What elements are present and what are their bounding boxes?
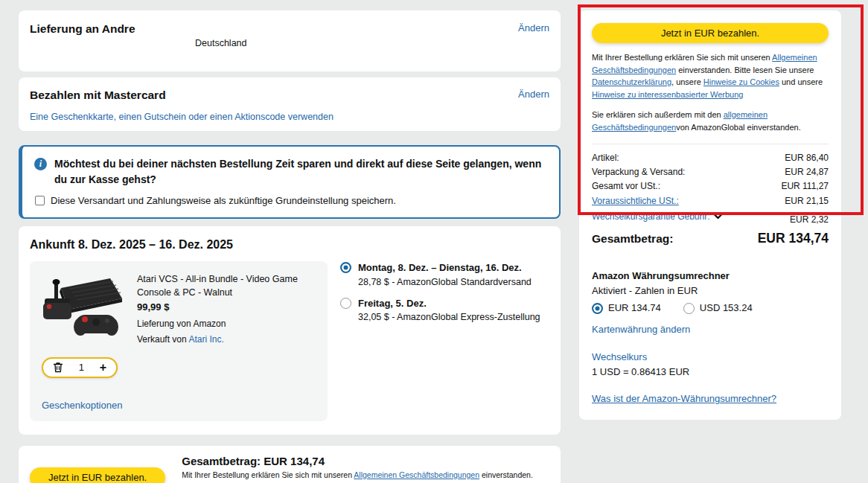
checkout-main-column: Lieferung an Andre Deutschland Ändern Be… xyxy=(19,10,561,483)
summary-total-row: Gesamtbetrag: EUR 134,74 xyxy=(592,231,829,246)
legal-text-paragraph: Mit Ihrer Bestellung erklären Sie sich m… xyxy=(592,51,829,100)
exchange-guarantee-fee-link[interactable]: Wechselkursgarantie Gebühr: xyxy=(592,210,722,224)
cookies-link[interactable]: Hinweise zu Cookies xyxy=(703,77,779,86)
info-icon: i xyxy=(34,158,47,170)
order-summary-card: Jetzt in EUR bezahlen. Mit Ihrer Bestell… xyxy=(579,10,841,420)
default-settings-checkbox[interactable] xyxy=(35,196,45,205)
privacy-link[interactable]: Datenschutzerklärung xyxy=(592,77,671,86)
currency-converter-title: Amazon Währungsumrechner xyxy=(592,269,829,284)
legal-text-paragraph: Sie erklären sich außerdem mit den allge… xyxy=(592,109,829,133)
legal-text-paragraph: Mit Ihrer Bestellung erklären Sie sich m… xyxy=(182,470,549,483)
terms-link[interactable]: Allgemeinen Geschäftsbedingungen xyxy=(354,470,479,479)
currency-converter-section: Amazon Währungsumrechner Aktiviert - Zah… xyxy=(592,269,829,406)
shipment-card: Ankunft 8. Dez. 2025 – 16. Dez. 2025 xyxy=(19,226,561,435)
product-panel: Atari VCS - All-in Bundle - Video Game C… xyxy=(30,261,328,421)
order-total-heading: Gesamtbetrag: EUR 134,74 xyxy=(182,455,549,467)
what-is-currency-converter-link[interactable]: Was ist der Amazon-Währungsumrechner? xyxy=(592,391,776,406)
radio-unselected-icon[interactable] xyxy=(340,298,351,309)
plus-icon[interactable]: + xyxy=(100,362,106,374)
shipping-option-express[interactable]: Freitag, 5. Dez. 32,05 $ - AmazonGlobal … xyxy=(340,297,540,323)
summary-total-value: EUR 134,74 xyxy=(758,231,829,246)
quantity-stepper[interactable]: 1 + xyxy=(42,357,118,378)
gift-card-voucher-link[interactable]: Eine Geschenkkarte, einen Gutschein oder… xyxy=(30,112,334,122)
quantity-value: 1 xyxy=(79,362,84,373)
gift-options-link[interactable]: Geschenkoptionen xyxy=(42,400,122,411)
summary-total-label: Gesamtbetrag: xyxy=(592,232,673,246)
summary-row-shipping: Verpackung & Versand:EUR 24,87 xyxy=(592,165,829,179)
delivery-title: Lieferung an Andre xyxy=(30,22,195,36)
exchange-rate-link[interactable]: Wechselkurs xyxy=(592,350,647,365)
delivery-card: Lieferung an Andre Deutschland Ändern xyxy=(19,10,561,71)
default-settings-checkbox-row[interactable]: Diese Versandart und Zahlungsweise als z… xyxy=(35,195,547,206)
info-box-heading: Möchtest du bei deiner nächsten Bestellu… xyxy=(54,156,546,188)
radio-selected-icon[interactable] xyxy=(592,303,603,314)
divider xyxy=(592,144,829,144)
currency-converter-status: Aktiviert - Zahlen in EUR xyxy=(592,284,829,298)
estimated-tax-link[interactable]: Voraussichtliche USt.: xyxy=(592,194,679,208)
product-title: Atari VCS - All-in Bundle - Video Game C… xyxy=(137,272,319,299)
pay-now-button[interactable]: Jetzt in EUR bezahlen. xyxy=(30,467,165,483)
summary-row-tax: Voraussichtliche USt.: EUR 21,15 xyxy=(592,194,829,208)
pay-now-button[interactable]: Jetzt in EUR bezahlen. xyxy=(592,23,829,43)
radio-selected-icon[interactable] xyxy=(340,262,351,273)
trash-icon[interactable] xyxy=(53,362,63,373)
shipping-option-label: Montag, 8. Dez. – Dienstag, 16. Dez. xyxy=(358,261,532,275)
product-price: 99,99 $ xyxy=(137,301,319,315)
payment-change-link[interactable]: Ändern xyxy=(518,89,549,100)
save-settings-info-box: i Möchtest du bei deiner nächsten Bestel… xyxy=(19,145,561,219)
delivery-change-link[interactable]: Ändern xyxy=(518,22,549,33)
change-card-currency-link[interactable]: Kartenwährung ändern xyxy=(592,322,690,337)
shipping-options: Montag, 8. Dez. – Dienstag, 16. Dez. 28,… xyxy=(340,261,540,332)
seller-link[interactable]: Atari Inc. xyxy=(188,334,223,345)
arrival-date-heading: Ankunft 8. Dez. 2025 – 16. Dez. 2025 xyxy=(30,238,549,252)
order-summary-column: Jetzt in EUR bezahlen. Mit Ihrer Bestell… xyxy=(579,10,841,483)
payment-card: Bezahlen mit Mastercard Ändern Eine Gesc… xyxy=(19,77,561,131)
checkout-page: Lieferung an Andre Deutschland Ändern Be… xyxy=(0,0,868,483)
shipping-option-detail: 28,78 $ - AmazonGlobal Standardversand xyxy=(358,277,532,287)
shipping-option-standard[interactable]: Montag, 8. Dez. – Dienstag, 16. Dez. 28,… xyxy=(340,261,540,287)
summary-row-exchange-fee: Wechselkursgarantie Gebühr: EUR 2,32 xyxy=(592,210,829,227)
exchange-rate-value: 1 USD = 0.86413 EUR xyxy=(592,365,829,380)
payment-title: Bezahlen mit Mastercard xyxy=(30,89,166,102)
currency-option-eur[interactable]: EUR 134.74 xyxy=(592,301,661,316)
product-fulfillment: Lieferung von Amazon xyxy=(137,318,319,330)
product-image xyxy=(39,269,125,339)
product-sold-by: Verkauft von Atari Inc. xyxy=(137,333,319,346)
chevron-down-icon[interactable] xyxy=(714,214,722,220)
default-settings-checkbox-label: Diese Versandart und Zahlungsweise als z… xyxy=(51,195,396,206)
radio-unselected-icon[interactable] xyxy=(683,303,695,314)
place-order-bar: Jetzt in EUR bezahlen. Gesamtbetrag: EUR… xyxy=(19,446,561,483)
delivery-address: Deutschland xyxy=(195,22,518,48)
summary-row-items: Artikel:EUR 86,40 xyxy=(592,151,829,165)
currency-option-usd[interactable]: USD 153.24 xyxy=(683,301,753,316)
ads-link[interactable]: Hinweise zu interessenbasierter Werbung xyxy=(592,90,743,99)
shipping-option-label: Freitag, 5. Dez. xyxy=(358,297,540,310)
shipping-option-detail: 32,05 $ - AmazonGlobal Express-Zustellun… xyxy=(358,312,540,322)
product-info: Atari VCS - All-in Bundle - Video Game C… xyxy=(137,269,319,347)
summary-row-subtotal: Gesamt vor USt.:EUR 111,27 xyxy=(592,179,829,193)
